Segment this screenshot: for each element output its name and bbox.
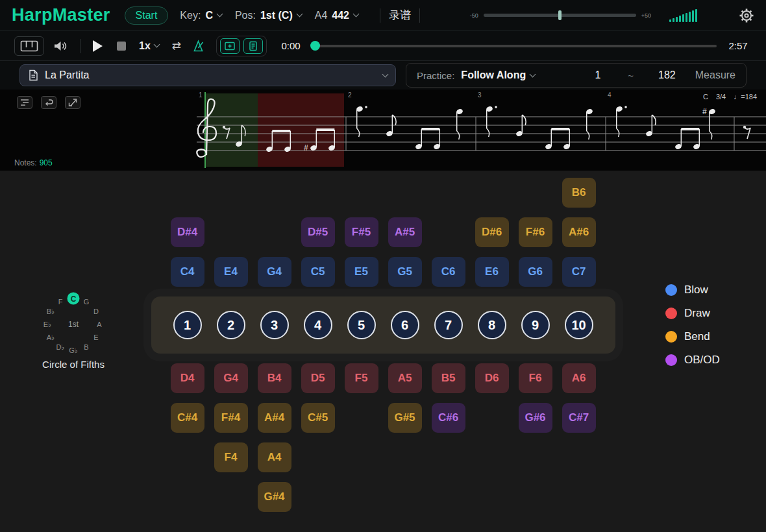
tuning-label: A4 — [315, 10, 328, 21]
stop-button[interactable] — [113, 39, 130, 53]
loop-button[interactable]: ⇄ — [168, 36, 185, 55]
note-C#6[interactable]: C#6 — [432, 403, 465, 433]
note-D#4[interactable]: D#4 — [171, 217, 204, 247]
cof-note-eb[interactable]: E♭ — [43, 320, 52, 329]
cof-note-e[interactable]: E — [93, 333, 98, 341]
transport-bar: 1x ⇄ 0:00 — [0, 31, 766, 61]
note-G4-blow[interactable]: G4 — [258, 257, 291, 287]
cof-note-a[interactable]: A — [97, 320, 101, 328]
mute-button[interactable] — [49, 38, 71, 54]
hole-7[interactable]: 7 — [434, 311, 463, 339]
play-button[interactable] — [89, 38, 106, 54]
note-F4[interactable]: F4 — [214, 442, 248, 472]
position-label: Pos: — [235, 10, 256, 21]
note-C4[interactable]: C4 — [171, 257, 204, 287]
note-G#6[interactable]: G#6 — [519, 403, 552, 433]
note-B4[interactable]: B4 — [258, 363, 291, 393]
song-select[interactable]: La Partita — [19, 64, 396, 86]
note-B6[interactable]: B6 — [562, 178, 596, 208]
hole-9[interactable]: 9 — [521, 311, 550, 339]
note-C7[interactable]: C7 — [562, 257, 596, 287]
cof-note-gb[interactable]: G♭ — [69, 346, 78, 355]
virtual-keyboard-button[interactable] — [14, 36, 44, 56]
note-G6[interactable]: G6 — [519, 257, 552, 287]
metronome-button[interactable] — [189, 37, 210, 55]
settings-button[interactable] — [739, 8, 754, 23]
hole-3[interactable]: 3 — [260, 311, 289, 339]
note-G4-draw[interactable]: G4 — [214, 363, 248, 393]
note-D5[interactable]: D5 — [301, 363, 335, 393]
note-A#6[interactable]: A#6 — [562, 217, 596, 247]
note-B5[interactable]: B5 — [432, 363, 465, 393]
hole-6[interactable]: 6 — [391, 311, 419, 339]
position-select[interactable]: Pos: 1st (C) — [235, 10, 302, 21]
seek-handle[interactable] — [310, 41, 320, 51]
pitch-slider[interactable] — [484, 14, 636, 17]
hole-1[interactable]: 1 — [173, 311, 202, 339]
pitch-slider-handle[interactable] — [558, 10, 562, 20]
score-return-button[interactable] — [41, 96, 56, 109]
score-layout-button[interactable] — [17, 96, 32, 109]
screen-plus-icon — [224, 41, 236, 51]
score-view-toggle[interactable] — [243, 38, 263, 54]
start-button[interactable]: Start — [125, 6, 169, 25]
legend-item-draw: Draw — [665, 306, 720, 321]
sheet-music-canvas[interactable]: # — [0, 90, 766, 171]
cof-note-d[interactable]: D — [93, 308, 99, 315]
seek-bar[interactable] — [312, 40, 717, 53]
note-E5[interactable]: E5 — [345, 257, 378, 287]
hole-8[interactable]: 8 — [478, 311, 506, 339]
cof-note-db[interactable]: D♭ — [56, 343, 64, 352]
cof-position-label: 1st — [68, 320, 79, 329]
note-E4[interactable]: E4 — [214, 257, 248, 287]
note-F#5[interactable]: F#5 — [345, 217, 378, 247]
note-G#5[interactable]: G#5 — [388, 403, 422, 433]
hole-5[interactable]: 5 — [347, 311, 376, 339]
key-select[interactable]: Key: C — [180, 10, 222, 21]
hole-10[interactable]: 10 — [565, 311, 593, 339]
note-G5[interactable]: G5 — [388, 257, 422, 287]
note-D#6[interactable]: D#6 — [475, 217, 509, 247]
seek-track — [312, 45, 717, 47]
hole-4[interactable]: 4 — [304, 311, 332, 339]
position-value: 1st (C) — [260, 10, 293, 21]
note-C#4[interactable]: C#4 — [171, 403, 204, 433]
note-C#7[interactable]: C#7 — [562, 403, 596, 433]
cof-note-f[interactable]: F — [58, 298, 63, 306]
note-G#4[interactable]: G#4 — [258, 482, 291, 512]
record-score-button[interactable]: 录谱 — [389, 8, 411, 23]
note-A#4[interactable]: A#4 — [258, 403, 291, 433]
harp-row-blow: C4 E4 G4 C5 E5 G5 C6 E6 G6 C7 — [171, 257, 596, 287]
note-D4[interactable]: D4 — [171, 363, 204, 393]
note-E6[interactable]: E6 — [475, 257, 509, 287]
score-expand-button[interactable] — [65, 96, 80, 109]
note-C5[interactable]: C5 — [301, 257, 335, 287]
hole-2[interactable]: 2 — [217, 311, 245, 339]
note-A4[interactable]: A4 — [258, 442, 291, 472]
cof-note-b[interactable]: B — [84, 343, 88, 351]
cof-note-ab[interactable]: A♭ — [47, 333, 55, 342]
note-A6[interactable]: A6 — [562, 363, 596, 393]
note-F#6[interactable]: F#6 — [519, 217, 552, 247]
note-D6[interactable]: D6 — [475, 363, 509, 393]
note-C#5[interactable]: C#5 — [301, 403, 335, 433]
circle-of-fifths-diagram: C G D A E B G♭ D♭ A♭ E♭ B♭ F 1st — [31, 289, 116, 351]
note-A#5[interactable]: A#5 — [388, 217, 422, 247]
measure-to-input[interactable]: 182 — [658, 69, 676, 81]
practice-mode-select[interactable]: Follow Along — [461, 69, 535, 81]
note-F#4[interactable]: F#4 — [214, 403, 248, 433]
speed-select[interactable]: 1x — [139, 40, 159, 52]
note-A5[interactable]: A5 — [388, 363, 422, 393]
circle-of-fifths-widget[interactable]: C G D A E B G♭ D♭ A♭ E♭ B♭ F 1st Circle … — [31, 289, 116, 370]
note-F6[interactable]: F6 — [519, 363, 552, 393]
note-C6[interactable]: C6 — [432, 257, 465, 287]
measure-from-input[interactable]: 1 — [595, 69, 600, 81]
add-display-toggle[interactable] — [220, 38, 240, 54]
cof-note-c[interactable]: C — [68, 293, 80, 305]
tuning-select[interactable]: A4 442 — [315, 10, 358, 21]
cof-note-bb[interactable]: B♭ — [47, 308, 55, 316]
harmonica-layout: B6 D#4 D#5 F#5 A#5 D#6 F#6 A#6 C4 E4 G4 … — [151, 171, 615, 512]
note-F5[interactable]: F5 — [345, 363, 378, 393]
cof-note-g[interactable]: G — [84, 298, 90, 306]
note-D#5[interactable]: D#5 — [301, 217, 335, 247]
